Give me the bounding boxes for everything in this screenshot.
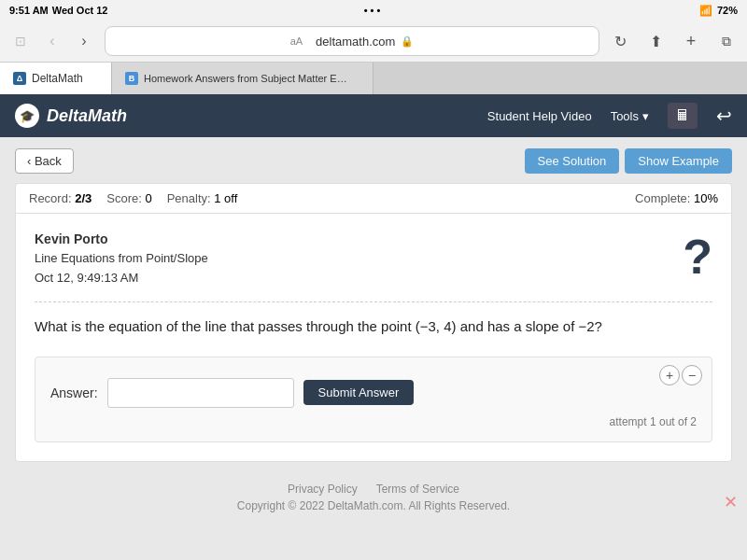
record-left: Record: 2/3 Score: 0 Penalty: 1 off <box>29 191 237 205</box>
lock-icon: 🔒 <box>401 35 414 48</box>
calculator-icon: 🖩 <box>675 107 690 124</box>
problem-text: What is the equation of the line that pa… <box>35 315 712 338</box>
zoom-in-button[interactable]: + <box>659 365 680 385</box>
submit-label: Submit Answer <box>318 385 400 399</box>
app-logo: 🎓 DeltaMath <box>15 104 127 128</box>
record-key: Record: <box>29 191 72 205</box>
logo-icon: 🎓 <box>15 104 39 128</box>
score-value: 0 <box>145 191 151 205</box>
terms-of-service-link[interactable]: Terms of Service <box>376 483 459 496</box>
status-day: Wed Oct 12 <box>52 5 108 16</box>
back-label: ‹ Back <box>27 154 62 168</box>
deltamath-favicon: Δ <box>13 72 26 85</box>
app-header: 🎓 DeltaMath Student Help Video Tools ▾ 🖩… <box>0 94 747 137</box>
status-dots: ••• <box>364 5 384 16</box>
app-header-right: Student Help Video Tools ▾ 🖩 ↩ <box>487 103 732 129</box>
see-solution-button[interactable]: See Solution <box>525 148 620 174</box>
record-bar: Record: 2/3 Score: 0 Penalty: 1 off Comp… <box>15 183 732 213</box>
question-text: What is the equation of the line that pa… <box>35 318 602 334</box>
calculator-button[interactable]: 🖩 <box>668 103 698 129</box>
forward-button[interactable]: › <box>71 28 97 54</box>
address-text-aa: aA <box>290 35 303 47</box>
plus-icon: + <box>666 369 673 382</box>
logout-button[interactable]: ↩ <box>716 105 732 127</box>
answer-label: Answer: <box>50 385 98 400</box>
zoom-controls: + − <box>659 365 702 385</box>
zoom-out-button[interactable]: − <box>682 365 702 385</box>
footer-links: Privacy Policy Terms of Service <box>9 483 738 496</box>
nav-buttons: ⊡ ‹ › <box>7 28 97 54</box>
answer-input[interactable] <box>107 378 294 408</box>
divider <box>35 301 712 302</box>
subject-label: Line Equations from Point/Slope <box>35 249 208 269</box>
problem-header: Kevin Porto Line Equations from Point/Sl… <box>35 229 712 288</box>
share-button[interactable]: ⬆ <box>642 28 669 54</box>
answer-area: + − Answer: Submit Answer attempt 1 out … <box>35 357 712 442</box>
penalty-key: Penalty: <box>167 191 211 205</box>
logout-icon: ↩ <box>716 105 732 126</box>
content-area: ‹ Back See Solution Show Example Record:… <box>0 137 747 473</box>
tab-deltamath[interactable]: Δ DeltaMath <box>0 63 112 94</box>
tools-label: Tools <box>611 109 639 123</box>
battery-level: 72% <box>717 5 738 16</box>
tools-button[interactable]: Tools ▾ <box>611 109 649 123</box>
status-left: 9:51 AM Wed Oct 12 <box>9 5 108 16</box>
action-right: See Solution Show Example <box>525 148 732 174</box>
tabs-button[interactable]: ⧉ <box>713 28 740 54</box>
score-label: Score: 0 <box>106 191 151 205</box>
tab-brainly[interactable]: B Homework Answers from Subject Matter E… <box>112 63 374 94</box>
browser-chrome: ⊡ ‹ › aA deltamath.com 🔒 ↻ ⬆ + ⧉ <box>0 21 747 63</box>
refresh-button[interactable]: ↻ <box>607 28 633 54</box>
back-button[interactable]: ‹ <box>39 28 65 54</box>
penalty-value: 1 off <box>214 191 237 205</box>
record-value: 2/3 <box>75 191 92 205</box>
new-tab-button[interactable]: + <box>678 28 704 54</box>
record-label: Record: 2/3 <box>29 191 92 205</box>
tab-label-brainly: Homework Answers from Subject Matter Exp… <box>144 73 349 84</box>
submit-answer-button[interactable]: Submit Answer <box>303 380 415 405</box>
complete-info: Complete: 10% <box>635 191 718 205</box>
complete-key: Complete: <box>635 191 690 205</box>
action-bar: ‹ Back See Solution Show Example <box>15 148 732 174</box>
status-right: 📶 72% <box>699 5 738 17</box>
close-footer-button[interactable]: ✕ <box>724 492 738 512</box>
brainly-favicon: B <box>125 72 138 85</box>
student-help-video[interactable]: Student Help Video <box>487 109 592 123</box>
student-name: Kevin Porto <box>35 229 208 249</box>
date-label: Oct 12, 9:49:13 AM <box>35 269 208 288</box>
status-time: 9:51 AM <box>9 5 49 16</box>
show-example-label: Show Example <box>638 154 719 168</box>
show-example-button[interactable]: Show Example <box>625 148 732 174</box>
penalty-label: Penalty: 1 off <box>167 191 238 205</box>
browser-toolbar: ⊡ ‹ › aA deltamath.com 🔒 ↻ ⬆ + ⧉ <box>0 21 747 62</box>
complete-value: 10% <box>694 191 718 205</box>
copyright-text: Copyright © 2022 DeltaMath.com. All Righ… <box>9 499 738 512</box>
tab-label-deltamath: DeltaMath <box>32 72 83 85</box>
problem-card: Kevin Porto Line Equations from Point/Sl… <box>15 213 732 462</box>
help-question-icon: ? <box>683 229 712 281</box>
browser-actions: ↻ ⬆ + ⧉ <box>607 28 740 54</box>
address-bar[interactable]: aA deltamath.com 🔒 <box>105 26 599 56</box>
app-logo-text: DeltaMath <box>47 106 127 126</box>
back-button-app[interactable]: ‹ Back <box>15 148 74 174</box>
attempt-text: attempt 1 out of 2 <box>50 415 697 428</box>
minus-icon: − <box>688 369 696 382</box>
score-key: Score: <box>106 191 142 205</box>
sidebar-button[interactable]: ⊡ <box>7 28 34 54</box>
privacy-policy-link[interactable]: Privacy Policy <box>288 483 358 496</box>
student-info: Kevin Porto Line Equations from Point/Sl… <box>35 229 208 288</box>
answer-row: Answer: Submit Answer <box>50 378 697 408</box>
wifi-icon: 📶 <box>699 5 712 17</box>
see-solution-label: See Solution <box>538 154 607 168</box>
tabs-bar: Δ DeltaMath B Homework Answers from Subj… <box>0 63 747 94</box>
address-text: deltamath.com <box>316 35 395 49</box>
chevron-down-icon: ▾ <box>642 109 649 123</box>
page-footer: Privacy Policy Terms of Service Copyrigh… <box>0 473 747 522</box>
status-bar: 9:51 AM Wed Oct 12 ••• 📶 72% <box>0 0 747 21</box>
